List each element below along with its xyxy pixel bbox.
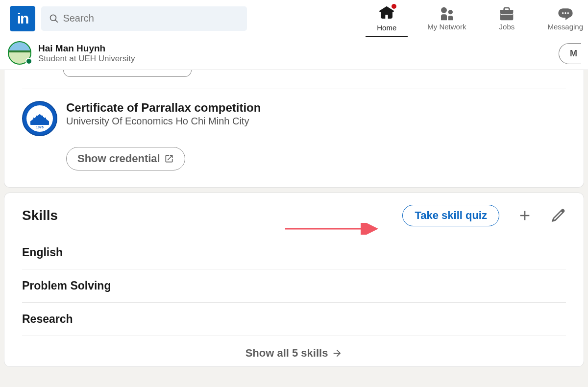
linkedin-logo[interactable]: in [10, 6, 35, 31]
skills-section-title: Skills [22, 208, 402, 223]
profile-headline: Student at UEH University [38, 54, 135, 64]
top-nav: in Home My Network Jobs Messaging [0, 0, 588, 37]
network-icon [439, 6, 455, 22]
profile-name: Hai Man Huynh [38, 43, 135, 54]
nav-network[interactable]: My Network [427, 6, 466, 31]
messaging-icon [558, 6, 573, 22]
profile-bar: Hai Man Huynh Student at UEH University … [0, 37, 588, 70]
nav-messaging[interactable]: Messaging [547, 6, 583, 31]
notification-badge [391, 3, 397, 10]
divider [22, 89, 566, 89]
certifications-card: 1976 Certificate of Parrallax competitio… [4, 70, 584, 188]
jobs-icon [499, 6, 514, 22]
search-icon [49, 13, 59, 24]
previous-entry-button-fragment[interactable] [63, 70, 192, 77]
nav-jobs[interactable]: Jobs [490, 6, 524, 31]
certificate-entry: 1976 Certificate of Parrallax competitio… [22, 101, 566, 136]
nav-home[interactable]: Home [369, 5, 404, 32]
profile-more-button[interactable]: M [559, 43, 581, 64]
show-credential-button[interactable]: Show credential [66, 147, 185, 170]
nav-jobs-label: Jobs [499, 23, 515, 31]
svg-text:1976: 1976 [36, 125, 44, 129]
add-icon[interactable] [517, 208, 533, 223]
show-credential-label: Show credential [77, 152, 160, 165]
skills-card: Skills Take skill quiz English Problem S… [4, 193, 584, 367]
search-input-wrap[interactable] [41, 6, 247, 31]
nav-messaging-label: Messaging [547, 23, 583, 31]
nav-items: Home My Network Jobs Messaging [369, 0, 588, 37]
edit-icon[interactable] [550, 208, 566, 223]
nav-network-label: My Network [427, 23, 466, 31]
avatar-group[interactable] [8, 41, 32, 66]
nav-home-label: Home [377, 24, 396, 32]
skill-item[interactable]: English [22, 236, 566, 269]
skill-item[interactable]: Problem Solving [22, 269, 566, 303]
certificate-issuer: University Of Economics Ho Chi Minh City [66, 116, 261, 127]
presence-indicator [25, 58, 32, 65]
ueh-logo[interactable]: 1976 [22, 101, 57, 136]
show-all-skills-button[interactable]: Show all 5 skills [22, 336, 566, 364]
skill-item[interactable]: Research [22, 303, 566, 336]
take-skill-quiz-button[interactable]: Take skill quiz [402, 205, 499, 226]
search-input[interactable] [63, 13, 239, 24]
show-all-label: Show all 5 skills [245, 347, 328, 360]
certificate-title: Certificate of Parrallax competition [66, 101, 261, 115]
external-link-icon [164, 154, 174, 164]
arrow-right-icon [332, 348, 343, 359]
